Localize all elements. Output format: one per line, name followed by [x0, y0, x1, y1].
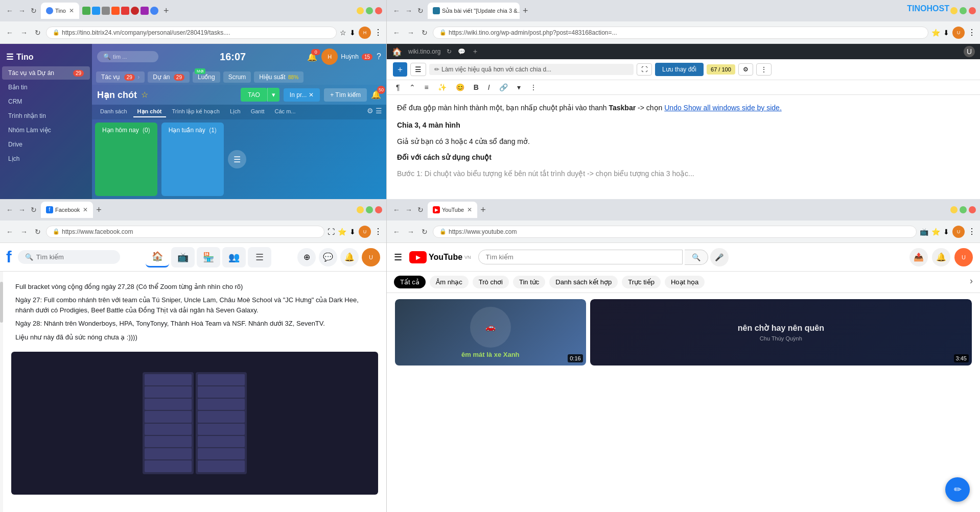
close-button[interactable] — [375, 7, 382, 14]
tab-favicon-7[interactable] — [131, 7, 139, 15]
fb-nav-refresh[interactable]: ↻ — [29, 205, 39, 215]
yt-cat-music[interactable]: Âm nhạc — [430, 276, 469, 288]
yt-nav-refresh[interactable]: ↻ — [415, 205, 426, 215]
chrome-menu-icon[interactable]: ⋮ — [374, 28, 382, 37]
yt-download-icon[interactable]: ⬇ — [943, 228, 949, 236]
link-btn[interactable]: 🔗 — [496, 82, 511, 92]
tino-nav-back[interactable]: ← — [4, 6, 15, 16]
yt-video-1[interactable]: 🚗 êm mát là xe Xanh 0:16 — [395, 299, 586, 506]
yt-addr-refresh[interactable]: ↻ — [419, 227, 430, 237]
bold-btn[interactable]: B — [471, 82, 482, 92]
yt-addr-back[interactable]: ← — [391, 227, 402, 237]
user-avatar[interactable]: H — [321, 48, 338, 65]
wp-new-tab-btn[interactable]: + — [521, 6, 530, 16]
tino-tab-close[interactable]: ✕ — [69, 7, 74, 14]
tino-nav-refresh[interactable]: ↻ — [29, 6, 39, 16]
tab-favicon-4[interactable] — [102, 7, 110, 15]
yt-mic-button[interactable]: 🎤 — [710, 248, 729, 266]
italic-btn[interactable]: I — [485, 82, 493, 92]
wp-nav-back[interactable]: ← — [391, 6, 402, 16]
yt-active-tab[interactable]: ▶ YouTube ✕ — [428, 202, 477, 218]
fb-new-tab-btn[interactable]: + — [94, 205, 104, 215]
yt-upload-btn[interactable]: 📤 — [909, 248, 928, 266]
yt-minimize[interactable] — [950, 206, 958, 213]
fb-video-btn[interactable]: 📺 — [171, 247, 195, 267]
fb-download-icon[interactable]: ⬇ — [349, 228, 356, 236]
sidebar-item-drive[interactable]: Drive — [2, 138, 90, 151]
wp-nav-forward[interactable]: → — [403, 6, 414, 16]
tab-flow[interactable]: Mới Luồng — [193, 71, 220, 83]
tab-favicon-2[interactable] — [82, 7, 90, 15]
fb-addr-back[interactable]: ← — [4, 227, 15, 237]
fb-expand-icon[interactable]: ⛶ — [328, 228, 335, 236]
wp-refresh-icon[interactable]: ↻ — [447, 48, 452, 55]
create-dropdown-button[interactable]: ▾ — [267, 88, 279, 102]
yt-cat-live[interactable]: Trực tiếp — [622, 276, 661, 288]
wp-user-avatar[interactable]: U — [952, 27, 965, 39]
wp-home-icon[interactable]: 🏠 — [392, 47, 402, 57]
tab-favicon-5[interactable] — [111, 7, 120, 15]
sidebar-item-tasks[interactable]: Tác vụ và Dự án 29 — [2, 66, 90, 80]
wp-addr-back[interactable]: ← — [391, 28, 402, 38]
tab-favicon-8[interactable] — [141, 7, 149, 15]
fb-user-avatar[interactable]: U — [359, 226, 371, 238]
tab-list[interactable]: Danh sách — [96, 107, 131, 117]
yt-addr-forward[interactable]: → — [405, 227, 416, 237]
deadline-week[interactable]: Hạn tuần này (1) — [161, 123, 224, 196]
emoji-btn[interactable]: 😊 — [453, 82, 468, 92]
sidebar-item-news[interactable]: Bản tin — [2, 81, 90, 94]
yt-cast-icon[interactable]: 📺 — [920, 228, 928, 236]
yt-video-2[interactable]: nên chờ hay nên quên Chu Thúy Quỳnh 3:45 — [590, 299, 972, 506]
yt-nav-forward[interactable]: → — [403, 205, 414, 215]
yt-cat-news[interactable]: Tin tức — [513, 276, 545, 288]
yt-search-button[interactable]: 🔍 — [685, 250, 708, 265]
wp-address-input[interactable]: 🔒 https://wiki.tino.org/wp-admin/post.ph… — [433, 27, 928, 39]
addr-refresh[interactable]: ↻ — [33, 28, 43, 38]
fb-close[interactable] — [375, 206, 382, 213]
tab-planner[interactable]: Trình lập kế hoạch — [168, 107, 224, 117]
fb-menu-btn[interactable]: ☰ — [248, 247, 271, 267]
maximize-button[interactable] — [366, 7, 373, 14]
more-fmt-btn[interactable]: ⋮ — [527, 82, 540, 92]
sidebar-item-workgroup[interactable]: Nhóm Làm việc — [2, 124, 90, 137]
yt-close[interactable] — [969, 206, 976, 213]
wp-maximize[interactable] — [960, 7, 967, 14]
wp-title-input[interactable]: ✏ Làm việc hiệu quả hơn với cách chia d.… — [429, 64, 634, 75]
sidebar-item-crm[interactable]: CRM — [2, 95, 90, 108]
paragraph-btn[interactable]: ¶ — [393, 82, 403, 92]
yt-cat-all[interactable]: Tất cả — [394, 276, 426, 288]
tab-gantt[interactable]: Gantt — [247, 107, 269, 117]
wp-expand-btn[interactable]: ⛶ — [637, 63, 652, 76]
fb-search-box[interactable]: 🔍 Tìm kiếm — [18, 250, 120, 264]
close-filter-icon[interactable]: ✕ — [309, 91, 314, 99]
star-icon[interactable]: ☆ — [340, 29, 346, 37]
sidebar-item-calendar[interactable]: Lịch — [2, 152, 90, 165]
tab-calendar[interactable]: Lịch — [226, 107, 245, 117]
more-sections-icon[interactable]: ☰ — [228, 150, 246, 168]
wp-user-icon[interactable]: U — [964, 46, 975, 57]
new-tab-button[interactable]: + — [161, 6, 171, 16]
search-button[interactable]: + Tìm kiếm — [324, 88, 367, 102]
fb-maximize[interactable] — [366, 206, 373, 213]
sidebar-item-messenger[interactable]: Trình nhận tin — [2, 109, 90, 123]
effect-btn[interactable]: ✨ — [435, 82, 450, 92]
fb-star-icon[interactable]: ⭐ — [338, 228, 346, 236]
addr-back[interactable]: ← — [4, 28, 15, 38]
fb-addr-forward[interactable]: → — [18, 227, 30, 237]
tab-more[interactable]: Các m... — [271, 107, 300, 117]
tab-scrum[interactable]: Scrum — [223, 71, 251, 83]
wp-minimize[interactable] — [950, 7, 958, 14]
hamburger-icon[interactable]: ☰ — [6, 52, 13, 62]
fb-minimize[interactable] — [357, 206, 364, 213]
yt-cat-playlist[interactable]: Danh sách kết hợp — [549, 276, 618, 288]
fb-marketplace-btn[interactable]: 🏪 — [197, 247, 220, 267]
fb-active-tab[interactable]: f Facebook ✕ — [41, 202, 93, 218]
fb-groups-btn[interactable]: 👥 — [222, 247, 246, 267]
wp-nav-refresh[interactable]: ↻ — [415, 6, 426, 16]
in-progress-button[interactable]: In pr... ✕ — [284, 88, 320, 102]
wp-settings-btn[interactable]: ⚙ — [738, 63, 753, 76]
dropdown-btn[interactable]: ▾ — [514, 82, 524, 92]
wp-more-options-btn[interactable]: ⋮ — [756, 63, 772, 76]
fb-home-btn[interactable]: 🏠 — [146, 247, 169, 267]
fb-add-btn[interactable]: ⊕ — [297, 248, 316, 266]
